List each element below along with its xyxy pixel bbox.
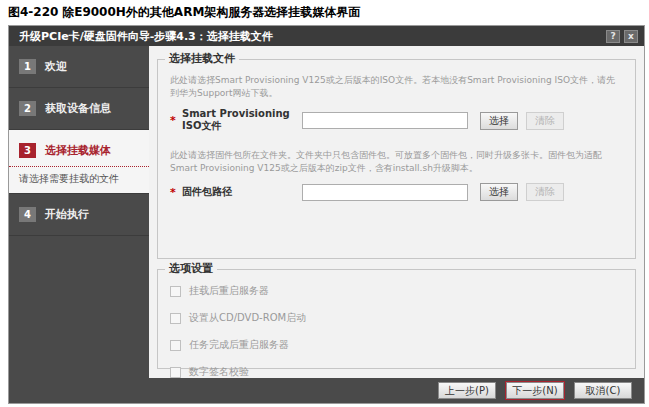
restart-after-task-option: 任务完成后重启服务器: [170, 338, 625, 352]
step-label: 欢迎: [45, 59, 67, 74]
step-number: 3: [19, 143, 36, 158]
firmware-clear-button: 清除: [526, 183, 564, 201]
firmware-select-button[interactable]: 选择: [480, 183, 518, 201]
dialog-title: 升级PCIe卡/硬盘固件向导-步骤4.3：选择挂载文件: [19, 29, 602, 44]
group-title: 选项设置: [165, 262, 217, 276]
previous-button[interactable]: 上一步(P): [438, 382, 496, 399]
sidebar-step-select-media-active[interactable]: 3 选择挂载媒体 请选择需要挂载的文件: [9, 130, 149, 194]
checkbox-label: 挂载后重启服务器: [189, 284, 269, 298]
boot-from-cddvd-option: 设置从CD/DVD-ROM启动: [170, 311, 625, 325]
option-settings-group: 选项设置 挂载后重启服务器 设置从CD/DVD-ROM启动 任务完成后重启服务器…: [157, 269, 636, 369]
checkbox-icon: [170, 286, 181, 297]
figure-caption: 图4-220 除E9000H外的其他ARM架构服务器选择挂载媒体界面: [8, 4, 360, 21]
dialog-titlebar: 升级PCIe卡/硬盘固件向导-步骤4.3：选择挂载文件 ? x: [9, 26, 644, 46]
checkbox-icon: [170, 313, 181, 324]
checkbox-label: 任务完成后重启服务器: [189, 338, 289, 352]
step-label: 开始执行: [45, 207, 89, 222]
cancel-button[interactable]: 取消(C): [574, 382, 632, 399]
iso-file-label: Smart Provisioning ISO文件: [182, 108, 302, 133]
wizard-steps-sidebar: 1 欢迎 2 获取设备信息 3 选择挂载媒体 请选择需要挂载的文件 4 开始执行: [9, 46, 149, 378]
main-content: 选择挂载文件 此处请选择Smart Provisioning V125或之后版本…: [149, 46, 644, 378]
group-title: 选择挂载文件: [165, 52, 239, 66]
checkbox-icon: [170, 340, 181, 351]
firmware-description: 此处请选择固件包所在文件夹。文件夹中只包含固件包。可放置多个固件包，同时升级多张…: [170, 149, 625, 175]
checkbox-icon: [170, 367, 181, 378]
firmware-path-row: * 固件包路径 选择 清除: [170, 183, 625, 201]
iso-description: 此处请选择Smart Provisioning V125或之后版本的ISO文件。…: [170, 74, 625, 100]
wizard-dialog: 升级PCIe卡/硬盘固件向导-步骤4.3：选择挂载文件 ? x 1 欢迎 2 获…: [8, 25, 645, 404]
iso-file-row: * Smart Provisioning ISO文件 选择 清除: [170, 108, 625, 133]
help-icon[interactable]: ?: [606, 30, 620, 43]
step-number: 1: [19, 59, 36, 74]
checkbox-label: 设置从CD/DVD-ROM启动: [189, 311, 306, 325]
step-sublabel: 请选择需要挂载的文件: [9, 167, 149, 193]
sidebar-step-device-info[interactable]: 2 获取设备信息: [9, 88, 149, 130]
sidebar-filler: [9, 236, 149, 378]
checkbox-label: 数字签名校验: [189, 365, 249, 379]
sidebar-step-welcome[interactable]: 1 欢迎: [9, 46, 149, 88]
iso-file-input[interactable]: [302, 112, 468, 129]
next-button[interactable]: 下一步(N): [506, 382, 564, 399]
step-number: 2: [19, 101, 36, 116]
firmware-path-label: 固件包路径: [182, 185, 302, 199]
figure-title: 除E9000H外的其他ARM架构服务器选择挂载媒体界面: [62, 5, 360, 19]
step-label: 选择挂载媒体: [45, 143, 111, 158]
step-number: 4: [19, 207, 36, 222]
required-asterisk: *: [170, 114, 182, 127]
close-icon[interactable]: x: [624, 30, 638, 43]
digital-signature-option: 数字签名校验: [170, 365, 625, 379]
dialog-body: 1 欢迎 2 获取设备信息 3 选择挂载媒体 请选择需要挂载的文件 4 开始执行: [9, 46, 644, 378]
required-asterisk: *: [170, 186, 182, 199]
iso-clear-button: 清除: [526, 112, 564, 130]
sidebar-step-execute[interactable]: 4 开始执行: [9, 194, 149, 236]
step-label: 获取设备信息: [45, 101, 111, 116]
iso-select-button[interactable]: 选择: [480, 112, 518, 130]
restart-after-mount-option: 挂载后重启服务器: [170, 284, 625, 298]
select-mount-file-group: 选择挂载文件 此处请选择Smart Provisioning V125或之后版本…: [157, 59, 636, 259]
figure-label: 图4-220: [8, 5, 58, 19]
firmware-path-input[interactable]: [302, 184, 468, 201]
wizard-footer: 上一步(P) 下一步(N) 取消(C): [9, 378, 644, 403]
sidebar-step-select-media[interactable]: 3 选择挂载媒体: [9, 130, 149, 167]
